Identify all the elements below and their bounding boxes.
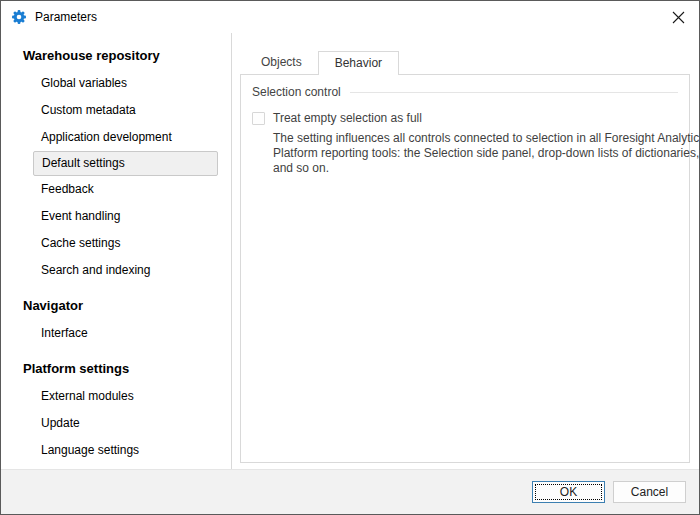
button-bar: OK Cancel (1, 469, 699, 514)
treat-empty-selection-checkbox[interactable] (252, 112, 265, 125)
tab-strip: Objects Behavior (240, 51, 690, 74)
sidebar-item-external-modules[interactable]: External modules (1, 383, 231, 410)
cancel-button[interactable]: Cancel (613, 481, 686, 503)
sidebar-item-cache-settings[interactable]: Cache settings (1, 230, 231, 257)
tab-objects[interactable]: Objects (245, 51, 318, 74)
close-icon (672, 11, 685, 24)
parameters-dialog: Parameters Warehouse repository Global v… (0, 0, 700, 515)
section-warehouse-repository: Warehouse repository (1, 38, 231, 70)
ok-button[interactable]: OK (532, 481, 605, 503)
window-title: Parameters (35, 10, 97, 24)
sidebar-item-interface[interactable]: Interface (1, 320, 231, 347)
tab-behavior[interactable]: Behavior (318, 51, 399, 75)
sidebar-item-language-settings[interactable]: Language settings (1, 437, 231, 464)
settings-sidebar: Warehouse repository Global variables Cu… (1, 33, 232, 469)
section-navigator: Navigator (1, 288, 231, 320)
behavior-tab-panel: Selection control Treat empty selection … (240, 74, 690, 463)
sidebar-item-search-and-indexing[interactable]: Search and indexing (1, 257, 231, 284)
main-area: Objects Behavior Selection control Treat… (232, 33, 699, 469)
group-title: Selection control (252, 85, 341, 99)
title-bar: Parameters (1, 1, 699, 33)
sidebar-item-custom-metadata[interactable]: Custom metadata (1, 97, 231, 124)
treat-empty-selection-row: Treat empty selection as full (252, 111, 678, 125)
sidebar-item-application-development[interactable]: Application development (1, 124, 231, 151)
sidebar-item-update[interactable]: Update (1, 410, 231, 437)
gear-icon (11, 9, 27, 25)
sidebar-item-feedback[interactable]: Feedback (1, 176, 231, 203)
selection-control-group: Selection control (252, 85, 678, 99)
section-platform-settings: Platform settings (1, 351, 231, 383)
setting-description: The setting influences all controls conn… (273, 131, 700, 176)
dialog-body: Warehouse repository Global variables Cu… (1, 33, 699, 469)
sidebar-item-default-settings[interactable]: Default settings (33, 151, 218, 176)
sidebar-item-global-variables[interactable]: Global variables (1, 70, 231, 97)
treat-empty-selection-label[interactable]: Treat empty selection as full (273, 111, 422, 125)
group-divider (350, 92, 678, 93)
close-button[interactable] (667, 6, 689, 28)
sidebar-item-event-handling[interactable]: Event handling (1, 203, 231, 230)
